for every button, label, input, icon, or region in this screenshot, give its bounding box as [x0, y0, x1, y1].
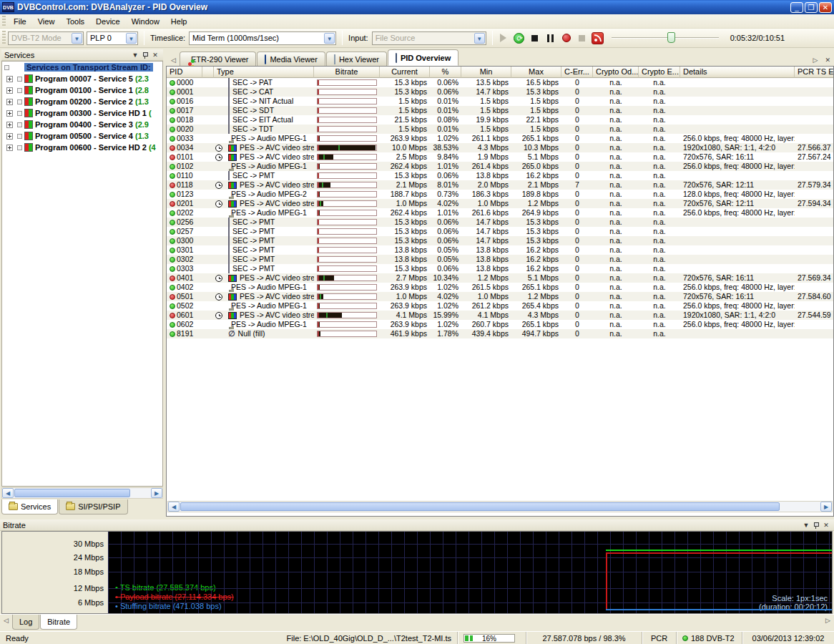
pin-icon[interactable]	[142, 52, 148, 59]
column-header-pcr-ts-e[interactable]: PCR TS E	[795, 67, 834, 78]
table-row[interactable]: 0016SEC -> NIT Actual1.5 kbps0.01%1.5 kb…	[167, 97, 833, 106]
scroll-right-icon[interactable]: ▶	[151, 488, 162, 498]
table-row[interactable]: 0102PES -> Audio MPEG-1262.4 kbps1.01%26…	[167, 162, 833, 171]
table-row[interactable]: 0000SEC -> PAT15.3 kbps0.06%13.5 kbps16.…	[167, 78, 833, 87]
column-header-current[interactable]: Current	[380, 67, 430, 78]
tree-item-program[interactable]: Program 00100 - Service 1(2.8	[2, 84, 162, 96]
bottom-tab-bitrate[interactable]: Bitrate	[40, 615, 77, 630]
broadcast-button[interactable]	[591, 31, 605, 45]
column-header-max[interactable]: Max	[511, 67, 561, 78]
stop-record-button[interactable]	[575, 31, 589, 45]
doc-tab-pid-overview[interactable]: PID Overview	[388, 49, 458, 66]
panel-tab-services[interactable]: Services	[1, 499, 58, 514]
table-row[interactable]: 0020SEC -> TDT1.5 kbps0.01%1.5 kbps1.5 k…	[167, 125, 833, 134]
stop-button[interactable]	[528, 31, 542, 45]
grid-horizontal-scrollbar[interactable]: ◀ ▶	[167, 501, 833, 512]
expand-icon[interactable]	[6, 110, 13, 117]
expand-icon[interactable]	[6, 87, 13, 94]
tree-root-row[interactable]: Services on Transport Stream ID:	[2, 62, 162, 73]
position-slider[interactable]	[612, 31, 719, 45]
table-row[interactable]: 0602PES -> Audio MPEG-1263.9 kbps1.02%26…	[167, 320, 833, 329]
tree-item-program[interactable]: Program 00500 - Service 4(1.3	[2, 130, 162, 142]
menu-item-file[interactable]: File	[8, 16, 32, 27]
expand-icon[interactable]	[6, 145, 13, 151]
timeslice-combo[interactable]: Mid Term (1000ms/1sec)▼	[189, 31, 336, 45]
expand-icon[interactable]	[6, 76, 13, 82]
column-header-c-err-[interactable]: C-Err...	[561, 67, 593, 78]
table-row[interactable]: 0501PES -> AVC video stream1.0 Mbps4.02%…	[167, 292, 833, 301]
table-row[interactable]: 0402PES -> Audio MPEG-1263.9 kbps1.02%26…	[167, 283, 833, 292]
column-header-min[interactable]: Min	[461, 67, 511, 78]
column-header--[interactable]: %	[430, 67, 461, 78]
table-row[interactable]: 0302SEC -> PMT13.8 kbps0.05%13.8 kbps16.…	[167, 255, 833, 264]
expand-icon[interactable]	[6, 122, 13, 128]
tree-item-program[interactable]: Program 00600 - Service HD 2(4	[2, 142, 162, 153]
table-row[interactable]: 0017SEC -> SDT1.5 kbps0.01%1.5 kbps1.5 k…	[167, 106, 833, 115]
table-row[interactable]: 0401PES -> AVC video stream2.7 Mbps10.34…	[167, 273, 833, 283]
table-row[interactable]: 0118PES -> AVC video stream2.1 Mbps8.01%…	[167, 180, 833, 190]
column-header-pid[interactable]: PID	[167, 67, 202, 78]
table-row[interactable]: 0034PES -> AVC video stream10.0 Mbps38.5…	[167, 143, 833, 152]
menu-item-device[interactable]: Device	[90, 16, 126, 27]
scrollbar-thumb[interactable]	[180, 502, 780, 511]
scroll-right-icon[interactable]: ▶	[820, 502, 832, 512]
column-header-bitrate[interactable]: Bitrate	[314, 67, 380, 78]
column-header-crypto-e-[interactable]: Crypto E...	[639, 67, 680, 78]
slider-thumb[interactable]	[667, 32, 675, 43]
scroll-left-icon[interactable]: ◀	[168, 502, 180, 512]
table-row[interactable]: 0202PES -> Audio MPEG-1262.4 kbps1.01%26…	[167, 208, 833, 218]
column-header-crypto-od-[interactable]: Crypto Od...	[593, 67, 639, 78]
panel-tab-si-psi-psip[interactable]: SI/PSI/PSIP	[59, 499, 127, 514]
tree-item-program[interactable]: Program 00400 - Service 3(2.9	[2, 119, 162, 130]
bottom-tab-log[interactable]: Log	[12, 615, 39, 630]
doc-tab-etr-290-viewer[interactable]: ETR-290 Viewer	[180, 52, 257, 66]
table-row[interactable]: 0301SEC -> PMT13.8 kbps0.05%13.8 kbps16.…	[167, 245, 833, 255]
menu-item-window[interactable]: Window	[126, 16, 165, 27]
minimize-button[interactable]: _	[790, 2, 803, 13]
tab-close-icon[interactable]: ✕	[821, 54, 834, 66]
table-row[interactable]: 0201PES -> AVC video stream1.0 Mbps4.02%…	[167, 199, 833, 208]
column-header-details[interactable]: Details	[680, 67, 795, 78]
menu-item-view[interactable]: View	[32, 16, 61, 27]
mode-combo[interactable]: DVB-T2 Mode▼	[8, 31, 84, 45]
scroll-left-icon[interactable]: ◀	[2, 488, 14, 498]
menu-item-help[interactable]: Help	[165, 16, 193, 27]
table-row[interactable]: 0300SEC -> PMT15.3 kbps0.06%14.7 kbps15.…	[167, 236, 833, 245]
close-icon[interactable]: ✕	[150, 52, 160, 59]
close-button[interactable]: ✕	[819, 2, 832, 13]
table-row[interactable]: 0033PES -> Audio MPEG-1263.9 kbps1.02%26…	[167, 134, 833, 143]
table-row[interactable]: 0110SEC -> PMT15.3 kbps0.06%13.8 kbps16.…	[167, 171, 833, 180]
pin-icon[interactable]	[813, 522, 819, 529]
tab-scroll-left-icon[interactable]: ◁	[0, 615, 12, 626]
table-row[interactable]: 0123PES -> Audio MPEG-2188.7 kbps0.73%18…	[167, 190, 833, 199]
tab-scroll-right-icon[interactable]: ▷	[822, 615, 834, 626]
doc-tab-media-viewer[interactable]: Media Viewer	[257, 52, 325, 66]
table-row[interactable]: 0001SEC -> CAT15.3 kbps0.06%14.7 kbps15.…	[167, 87, 833, 97]
menu-item-tools[interactable]: Tools	[60, 16, 90, 27]
scrollbar-thumb[interactable]	[14, 489, 130, 497]
doc-tab-hex-viewer[interactable]: Hex Viewer	[326, 52, 387, 66]
expand-icon[interactable]	[6, 99, 13, 105]
column-header-blank[interactable]	[202, 67, 214, 78]
input-combo[interactable]: File Source▼	[372, 31, 486, 45]
services-horizontal-scrollbar[interactable]: ◀ ▶	[1, 487, 163, 499]
tab-scroll-right-icon[interactable]: ▷	[810, 54, 822, 66]
table-row[interactable]: 0018SEC -> EIT Actual21.5 kbps0.08%19.9 …	[167, 115, 833, 125]
table-row[interactable]: 0303SEC -> PMT15.3 kbps0.06%13.8 kbps16.…	[167, 264, 833, 273]
table-row[interactable]: 0257SEC -> PMT15.3 kbps0.06%14.7 kbps15.…	[167, 227, 833, 236]
column-header-type[interactable]: Type	[214, 67, 314, 78]
tree-item-program[interactable]: Program 00200 - Service 2(1.3	[2, 96, 162, 107]
plp-combo[interactable]: PLP 0▼	[87, 31, 138, 45]
table-row[interactable]: 0101PES -> AVC video stream2.5 Mbps9.84%…	[167, 152, 833, 162]
play-button[interactable]	[496, 31, 511, 45]
resume-button[interactable]: ⟳	[512, 31, 526, 45]
close-icon[interactable]: ✕	[821, 522, 831, 529]
table-row[interactable]: 0502PES -> Audio MPEG-1263.9 kbps1.02%26…	[167, 301, 833, 311]
restore-button[interactable]: ❐	[805, 2, 818, 13]
tree-item-program[interactable]: Program 00007 - Service 5(2.3	[2, 73, 162, 84]
tree-item-program[interactable]: Program 00300 - Service HD 1(	[2, 107, 162, 119]
panel-menu-icon[interactable]: ▼	[130, 52, 140, 59]
panel-menu-icon[interactable]: ▼	[801, 522, 811, 529]
pause-button[interactable]	[544, 31, 558, 45]
record-button[interactable]	[559, 31, 574, 45]
